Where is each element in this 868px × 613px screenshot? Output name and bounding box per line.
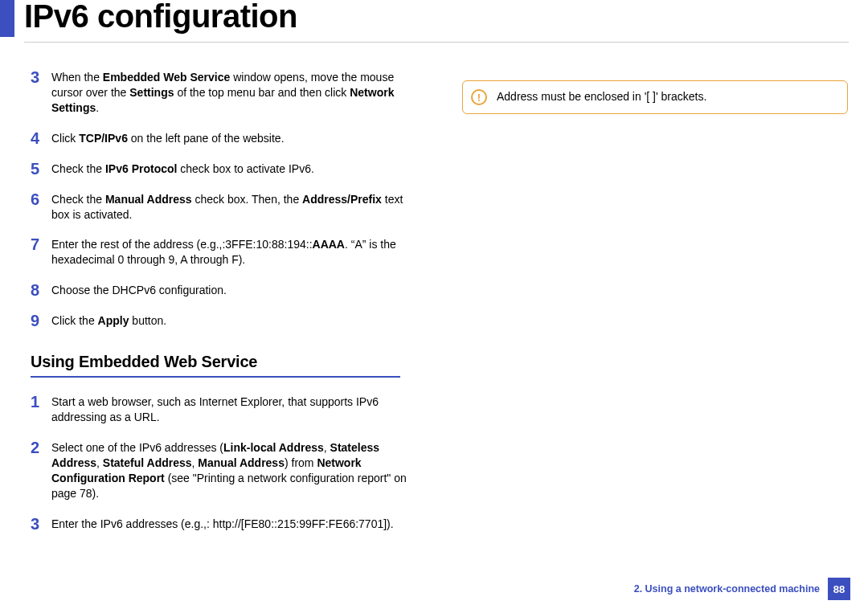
section-underline [31, 376, 400, 378]
step: 9Click the Apply button. [31, 313, 408, 329]
page-number: 88 [828, 578, 850, 600]
step-number: 5 [31, 161, 51, 177]
warning-callout: ! Address must be enclosed in '[ ]' brac… [462, 80, 848, 114]
step-text: Enter the rest of the address (e.g.,:3FF… [51, 236, 408, 268]
step-number: 7 [31, 236, 51, 268]
step-text: Click TCP/IPv6 on the left pane of the w… [51, 130, 408, 146]
warning-icon: ! [471, 89, 487, 105]
step-text: When the Embedded Web Service window ope… [51, 69, 408, 116]
step: 2Select one of the IPv6 addresses (Link-… [31, 439, 408, 501]
step: 7Enter the rest of the address (e.g.,:3F… [31, 236, 408, 268]
step-text: Select one of the IPv6 addresses (Link-l… [51, 439, 408, 501]
step-text: Enter the IPv6 addresses (e.g.,: http://… [51, 516, 408, 532]
warning-icon-glyph: ! [477, 92, 481, 103]
step-number: 8 [31, 282, 51, 298]
step: 5Check the IPv6 Protocol check box to ac… [31, 161, 408, 177]
step-text: Start a web browser, such as Internet Ex… [51, 394, 408, 425]
step: 3Enter the IPv6 addresses (e.g.,: http:/… [31, 516, 408, 532]
step-number: 9 [31, 313, 51, 329]
footer-chapter: 2. Using a network-connected machine [634, 583, 820, 595]
page-footer: 2. Using a network-connected machine 88 [634, 578, 850, 600]
step: 4Click TCP/IPv6 on the left pane of the … [31, 130, 408, 146]
section-heading: Using Embedded Web Service [31, 351, 408, 373]
step-number: 3 [31, 516, 51, 532]
step-number: 3 [31, 69, 51, 116]
step-number: 6 [31, 191, 51, 223]
step: 1Start a web browser, such as Internet E… [31, 394, 408, 425]
title-underline [24, 42, 849, 43]
step: 3When the Embedded Web Service window op… [31, 69, 408, 116]
page-title: IPv6 configuration [24, 0, 297, 35]
right-column: ! Address must be enclosed in '[ ]' brac… [462, 80, 840, 114]
warning-text: Address must be enclosed in '[ ]' bracke… [497, 89, 706, 104]
step-text: Choose the DHCPv6 configuration. [51, 282, 408, 298]
step: 6Check the Manual Address check box. The… [31, 191, 408, 223]
left-column: 3When the Embedded Web Service window op… [31, 69, 408, 546]
step: 8Choose the DHCPv6 configuration. [31, 282, 408, 298]
step-text: Click the Apply button. [51, 313, 408, 329]
step-number: 2 [31, 439, 51, 501]
step-text: Check the Manual Address check box. Then… [51, 191, 408, 223]
step-number: 4 [31, 130, 51, 146]
step-number: 1 [31, 394, 51, 425]
header-accent-bar [0, 0, 14, 37]
step-text: Check the IPv6 Protocol check box to act… [51, 161, 408, 177]
